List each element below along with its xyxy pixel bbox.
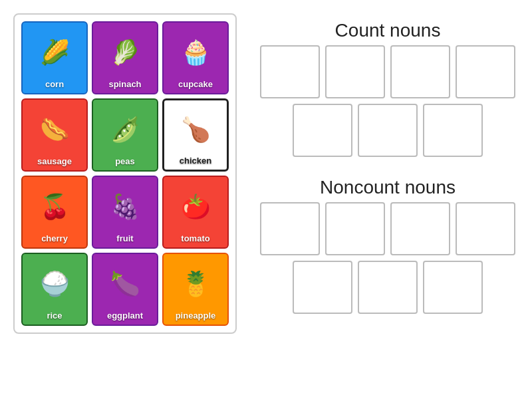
count-drop-zone-1[interactable] (260, 45, 320, 98)
noncount-drop-zone-4[interactable] (456, 202, 515, 255)
spinach-label: spinach (108, 79, 141, 90)
cupcake-label: cupcake (178, 79, 213, 90)
tomato-label: tomato (181, 233, 209, 245)
food-items-panel: 🌽corn🥬spinach🧁cupcake🌭sausage🫛peas🍗chick… (13, 13, 237, 334)
chicken-label: chicken (180, 156, 211, 167)
classification-panel: Count nouns Noncount nouns (257, 13, 519, 314)
spinach-image: 🥬 (93, 23, 157, 79)
peas-image: 🫛 (93, 100, 157, 156)
count-drop-zone-3[interactable] (390, 45, 450, 98)
chicken-image: 🍗 (164, 100, 227, 156)
food-item-corn[interactable]: 🌽corn (21, 21, 88, 94)
food-item-tomato[interactable]: 🍅tomato (162, 176, 229, 249)
food-item-cherry[interactable]: 🍒cherry (21, 176, 88, 249)
fruit-image: 🍇 (93, 177, 157, 233)
noncount-drop-zone-3[interactable] (390, 202, 450, 255)
count-drop-zone-4[interactable] (456, 45, 515, 98)
corn-image: 🌽 (23, 23, 86, 79)
count-nouns-section: Count nouns (257, 20, 519, 157)
rice-image: 🍚 (23, 254, 86, 311)
pineapple-label: pineapple (176, 311, 216, 322)
noncount-drop-zone-5[interactable] (293, 261, 352, 314)
cupcake-image: 🧁 (164, 23, 227, 79)
noncount-nouns-section: Noncount nouns (257, 177, 519, 314)
count-nouns-title: Count nouns (257, 20, 519, 41)
count-drop-zone-5[interactable] (293, 104, 352, 157)
count-nouns-row-1 (260, 45, 515, 98)
noncount-drop-zone-6[interactable] (358, 261, 418, 314)
food-item-sausage[interactable]: 🌭sausage (21, 98, 88, 172)
food-item-peas[interactable]: 🫛peas (92, 98, 158, 172)
eggplant-image: 🍆 (93, 254, 157, 311)
noncount-drop-zone-1[interactable] (260, 202, 320, 255)
noncount-nouns-title: Noncount nouns (257, 177, 519, 198)
eggplant-label: eggplant (107, 311, 143, 322)
food-item-eggplant[interactable]: 🍆eggplant (92, 253, 158, 326)
count-drop-zone-2[interactable] (325, 45, 385, 98)
tomato-image: 🍅 (164, 177, 227, 233)
cherry-label: cherry (41, 233, 68, 245)
noncount-nouns-row-2 (293, 261, 483, 314)
count-nouns-row-2 (293, 104, 483, 157)
food-item-chicken[interactable]: 🍗chicken (162, 98, 229, 172)
food-item-spinach[interactable]: 🥬spinach (92, 21, 158, 94)
cherry-image: 🍒 (23, 177, 86, 233)
count-drop-zone-6[interactable] (358, 104, 418, 157)
food-item-pineapple[interactable]: 🍍pineapple (162, 253, 229, 326)
sausage-image: 🌭 (23, 100, 86, 156)
pineapple-image: 🍍 (164, 254, 227, 311)
food-item-cupcake[interactable]: 🧁cupcake (162, 21, 229, 94)
fruit-label: fruit (116, 233, 133, 245)
count-drop-zone-7[interactable] (423, 104, 483, 157)
noncount-drop-zone-7[interactable] (423, 261, 483, 314)
food-item-rice[interactable]: 🍚rice (21, 253, 88, 326)
corn-label: corn (45, 79, 64, 90)
sausage-label: sausage (37, 156, 72, 168)
rice-label: rice (47, 311, 62, 322)
noncount-drop-zone-2[interactable] (325, 202, 385, 255)
peas-label: peas (115, 156, 135, 168)
food-item-fruit[interactable]: 🍇fruit (92, 176, 158, 249)
noncount-nouns-row-1 (260, 202, 515, 255)
